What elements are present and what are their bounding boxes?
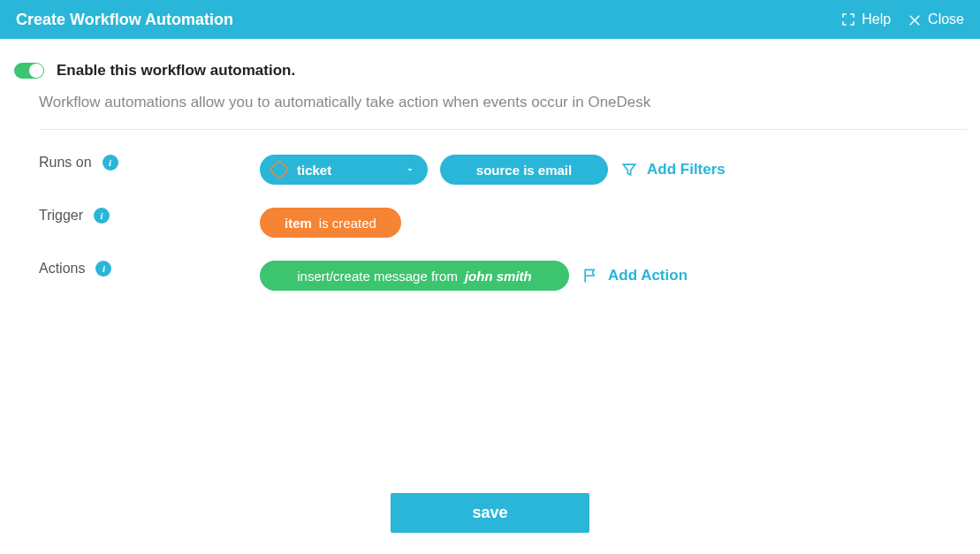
- action-verb: insert/create message from: [297, 269, 458, 284]
- close-icon: [907, 11, 923, 27]
- filter-icon: [620, 161, 638, 178]
- trigger-controls: item is created: [260, 208, 401, 238]
- runs-on-controls: ticket source is email Add Filters: [260, 155, 726, 185]
- runs-on-label: Runs on: [39, 155, 92, 171]
- help-button[interactable]: Help: [840, 11, 891, 27]
- info-icon[interactable]: i: [103, 155, 118, 171]
- add-filters-button[interactable]: Add Filters: [620, 161, 726, 178]
- close-label: Close: [928, 11, 964, 27]
- actions-label: Actions: [39, 261, 85, 277]
- ticket-icon: [270, 161, 288, 178]
- divider: [39, 129, 968, 130]
- trigger-label-group: Trigger i: [39, 208, 260, 224]
- action-pill[interactable]: insert/create message from john smith: [260, 261, 569, 291]
- save-button[interactable]: save: [391, 493, 589, 533]
- runs-on-type-text: ticket: [297, 163, 331, 178]
- enable-label: Enable this workflow automation.: [57, 62, 295, 80]
- trigger-label: Trigger: [39, 208, 83, 224]
- actions-label-group: Actions i: [39, 261, 260, 277]
- enable-toggle[interactable]: [14, 63, 44, 79]
- dialog-footer: save: [0, 493, 980, 533]
- description-text: Workflow automations allow you to automa…: [39, 94, 941, 111]
- svg-rect-0: [270, 161, 288, 178]
- help-icon: [840, 11, 856, 27]
- close-button[interactable]: Close: [907, 11, 964, 27]
- info-icon[interactable]: i: [94, 208, 110, 224]
- help-label: Help: [862, 11, 891, 27]
- flag-icon: [581, 267, 599, 285]
- enable-row: Enable this workflow automation.: [14, 62, 941, 80]
- trigger-pill[interactable]: item is created: [260, 208, 401, 238]
- dialog-title: Create Workflow Automation: [16, 11, 233, 29]
- action-user: john smith: [465, 269, 532, 284]
- dialog-content: Enable this workflow automation. Workflo…: [0, 39, 980, 291]
- runs-on-label-group: Runs on i: [39, 155, 260, 171]
- runs-on-filter-pill[interactable]: source is email: [440, 155, 608, 185]
- add-action-label: Add Action: [608, 267, 688, 285]
- info-icon[interactable]: i: [95, 261, 111, 277]
- runs-on-type-dropdown[interactable]: ticket: [260, 155, 428, 185]
- add-filters-label: Add Filters: [647, 161, 726, 178]
- runs-on-filter-text: source is email: [476, 163, 572, 178]
- runs-on-row: Runs on i ticket source is email Add Fil…: [39, 155, 941, 185]
- header-actions: Help Close: [840, 11, 964, 27]
- trigger-verb: is created: [319, 216, 376, 231]
- trigger-row: Trigger i item is created: [39, 208, 941, 238]
- chevron-down-icon: [405, 163, 415, 178]
- trigger-subject: item: [285, 216, 312, 231]
- actions-row: Actions i insert/create message from joh…: [39, 261, 941, 291]
- actions-controls: insert/create message from john smith Ad…: [260, 261, 688, 291]
- add-action-button[interactable]: Add Action: [581, 267, 688, 285]
- dialog-header: Create Workflow Automation Help Close: [0, 0, 980, 39]
